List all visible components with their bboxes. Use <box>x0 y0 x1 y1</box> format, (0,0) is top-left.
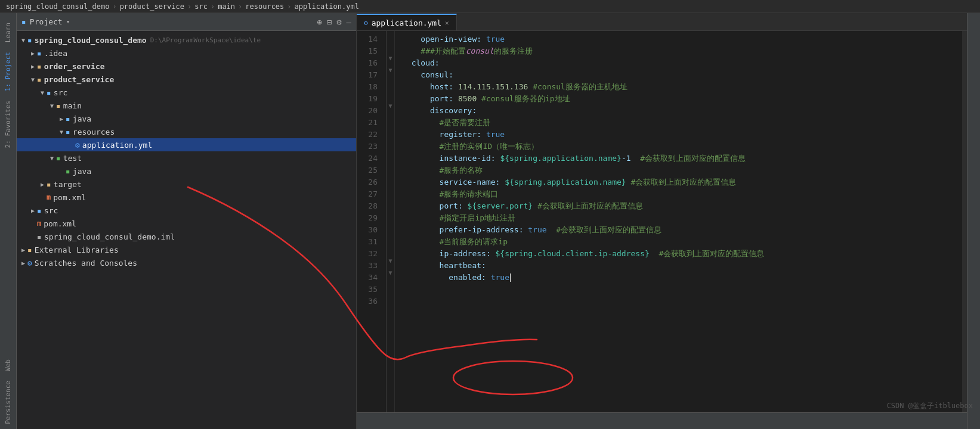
folder-icon: ▪ <box>27 36 32 45</box>
tree-item-order-service[interactable]: ▶ ▪ order_service <box>17 60 356 73</box>
file-yml-icon: ⚙ <box>75 141 80 150</box>
code-line-25: #服务的名称 <box>402 164 962 176</box>
tab-application-yml[interactable]: ⚙ application.yml ✕ <box>357 14 457 30</box>
tree-arrow: ▶ <box>19 260 27 266</box>
folder-icon: ▪ <box>47 88 51 97</box>
tree-arrow: ▼ <box>38 89 47 96</box>
tree-item-pom-root[interactable]: m pom.xml <box>17 217 356 230</box>
folder-icon: ▪ <box>56 101 61 110</box>
tree-arrow: ▼ <box>57 129 66 135</box>
tree-item-java[interactable]: ▶ ▪ java <box>17 112 356 125</box>
line-numbers: 14 15 16 17 18 19 20 21 22 23 24 25 26 2… <box>357 31 387 412</box>
code-line-30: prefer-ip-address: true #会获取到上面对应的配置信息 <box>402 224 962 236</box>
tree-arrow: ▶ <box>38 181 47 188</box>
tree-item-application-yml[interactable]: ⚙ application.yml <box>17 138 356 151</box>
tree-item-product-service[interactable]: ▼ ▪ product_service <box>17 73 356 86</box>
code-line-15: ###开始配置consul的服务注册 <box>402 45 962 57</box>
code-line-14: open-in-view: true <box>402 33 962 45</box>
fold-16[interactable]: ▼ <box>387 55 394 67</box>
sidebar-item-project[interactable]: 1: Project <box>2 47 14 96</box>
file-xml-icon: m <box>37 219 41 228</box>
tree-arrow: ▼ <box>48 102 56 109</box>
fold-20[interactable]: ▼ <box>387 102 394 114</box>
tree-item-target[interactable]: ▶ ▪ target <box>17 178 356 191</box>
tree-arrow: ▼ <box>29 76 37 83</box>
code-line-33: heartbeat: <box>402 260 962 272</box>
tree-arrow: ▼ <box>19 37 27 43</box>
bc-root[interactable]: spring_cloud_consul_demo <box>6 2 109 11</box>
vertical-scrollbar[interactable] <box>962 31 967 412</box>
layout-icon[interactable]: ⊟ <box>327 17 332 27</box>
tree-item-src-root[interactable]: ▶ ▪ src <box>17 204 356 217</box>
tree-item-iml[interactable]: ▪ spring_cloud_consul_demo.iml <box>17 230 356 243</box>
code-line-26: service-name: ${spring.application.name}… <box>402 176 962 188</box>
tree-item-scratches[interactable]: ▶ ⚙ Scratches and Consoles <box>17 256 356 269</box>
folder-icon: ▪ <box>37 206 42 215</box>
code-line-36 <box>402 296 962 307</box>
tree-item-main[interactable]: ▼ ▪ main <box>17 99 356 112</box>
code-content[interactable]: open-in-view: true ###开始配置consul的服务注册 cl… <box>395 31 962 412</box>
folder-icon-small: ▪ <box>21 17 26 26</box>
code-line-35 <box>402 284 962 296</box>
file-iml-icon: ▪ <box>37 232 42 241</box>
fold-33[interactable]: ▼ <box>387 257 394 269</box>
tree-item-root[interactable]: ▼ ▪ spring_cloud_consul_demo D:\AProgram… <box>17 33 356 46</box>
tree-arrow: ▶ <box>29 207 37 214</box>
code-line-34: enabled: true <box>402 272 962 284</box>
folder-java-icon: ▪ <box>66 167 70 176</box>
code-line-29: #指定开启ip地址注册 <box>402 212 962 224</box>
file-xml-icon: m <box>47 193 51 201</box>
code-line-20: discovery: <box>402 105 962 117</box>
settings-icon[interactable]: ⚙ <box>336 17 341 27</box>
code-line-28: port: ${server.port} #会获取到上面对应的配置信息 <box>402 200 962 212</box>
folder-test-icon: ▪ <box>56 154 61 163</box>
dropdown-arrow-icon[interactable]: ▾ <box>66 18 70 26</box>
tab-close-button[interactable]: ✕ <box>445 19 449 27</box>
editor-area: ⚙ application.yml ✕ 14 15 16 17 18 19 20… <box>357 13 967 429</box>
code-line-31: #当前服务的请求ip <box>402 236 962 248</box>
tree-arrow: ▼ <box>48 155 56 161</box>
folder-java-icon: ▪ <box>66 114 70 123</box>
add-icon[interactable]: ⊕ <box>317 17 321 27</box>
tree-item-test-java[interactable]: ▪ java <box>17 164 356 178</box>
code-editor: 14 15 16 17 18 19 20 21 22 23 24 25 26 2… <box>357 31 967 412</box>
sidebar-item-persistence[interactable]: Persistence <box>2 376 14 429</box>
editor-tab-bar: ⚙ application.yml ✕ <box>357 13 967 31</box>
tree-arrow: ▶ <box>29 50 37 57</box>
tree-item-pom-product[interactable]: m pom.xml <box>17 191 356 204</box>
folder-lib-icon: ▪ <box>27 245 32 254</box>
tree-item-resources[interactable]: ▼ ▪ resources <box>17 125 356 138</box>
scratch-icon: ⚙ <box>27 259 32 268</box>
tree-arrow: ▶ <box>29 63 37 70</box>
code-line-24: instance-id: ${spring.application.name}-… <box>402 153 962 164</box>
sidebar-item-web[interactable]: Web <box>2 355 14 376</box>
code-line-22: register: true <box>402 129 962 141</box>
tree-item-src[interactable]: ▼ ▪ src <box>17 86 356 99</box>
tree-arrow: ▶ <box>57 116 66 122</box>
sidebar-item-favorites[interactable]: 2: Favorites <box>2 96 14 153</box>
minimize-icon[interactable]: – <box>347 17 351 27</box>
folder-icon: ▪ <box>37 75 42 84</box>
code-line-18: host: 114.115.151.136 #consul服务器的主机地址 <box>402 81 962 93</box>
tree-item-idea[interactable]: ▶ ▪ .idea <box>17 46 356 60</box>
code-line-23: #注册的实例ID（唯一标志） <box>402 141 962 153</box>
project-title: Project <box>30 17 63 26</box>
code-line-21: #是否需要注册 <box>402 117 962 129</box>
code-line-27: #服务的请求端口 <box>402 188 962 200</box>
folder-icon: ▪ <box>37 62 42 71</box>
text-cursor <box>510 273 511 282</box>
fold-17[interactable]: ▼ <box>387 67 394 79</box>
fold-34[interactable]: ▼ <box>387 269 394 281</box>
tree-item-external-libs[interactable]: ▶ ▪ External Libraries <box>17 243 356 256</box>
breadcrumb: spring_cloud_consul_demo › product_servi… <box>0 0 980 13</box>
sidebar-item-learn[interactable]: Learn <box>2 18 14 47</box>
project-panel-header: ▪ Project ▾ ⊕ ⊟ ⚙ – <box>17 13 356 31</box>
code-line-32: ip-address: ${spring.cloud.client.ip-add… <box>402 248 962 260</box>
editor-bottom-panel <box>357 412 967 429</box>
tree-item-test[interactable]: ▼ ▪ test <box>17 151 356 164</box>
project-tree: ▼ ▪ spring_cloud_consul_demo D:\AProgram… <box>17 31 356 429</box>
tab-label: application.yml <box>372 18 441 27</box>
tree-arrow: ▶ <box>19 247 27 253</box>
code-line-17: consul: <box>402 69 962 81</box>
tab-yml-icon: ⚙ <box>364 19 368 27</box>
